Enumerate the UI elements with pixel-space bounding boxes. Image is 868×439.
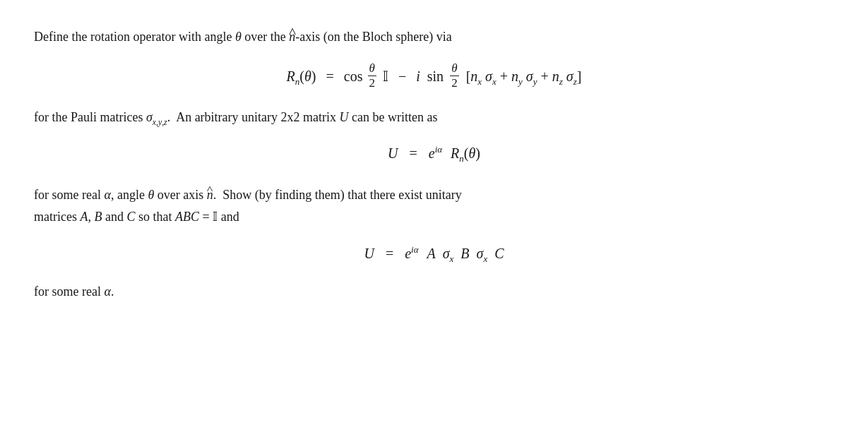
paragraph-1: Define the rotation operator with angle … — [34, 23, 834, 49]
equation-1: Rn(θ) = cos θ 2 𝕀 − i sin θ 2 [nx σx + n… — [34, 61, 834, 91]
equation-3: U = eiα A σx B σx C — [34, 241, 834, 265]
main-content: Define the rotation operator with angle … — [0, 0, 868, 325]
paragraph-2: for the Pauli matrices σx,y,z. An arbitr… — [34, 107, 834, 129]
paragraph-3: for some real α, angle θ over axis ^n. S… — [34, 181, 834, 206]
equation-2: U = eiα Rn(θ) — [34, 141, 834, 165]
paragraph-5: for some real α. — [34, 281, 834, 303]
paragraph-4: matrices A, B and C so that ABC = 𝕀 and — [34, 206, 834, 229]
